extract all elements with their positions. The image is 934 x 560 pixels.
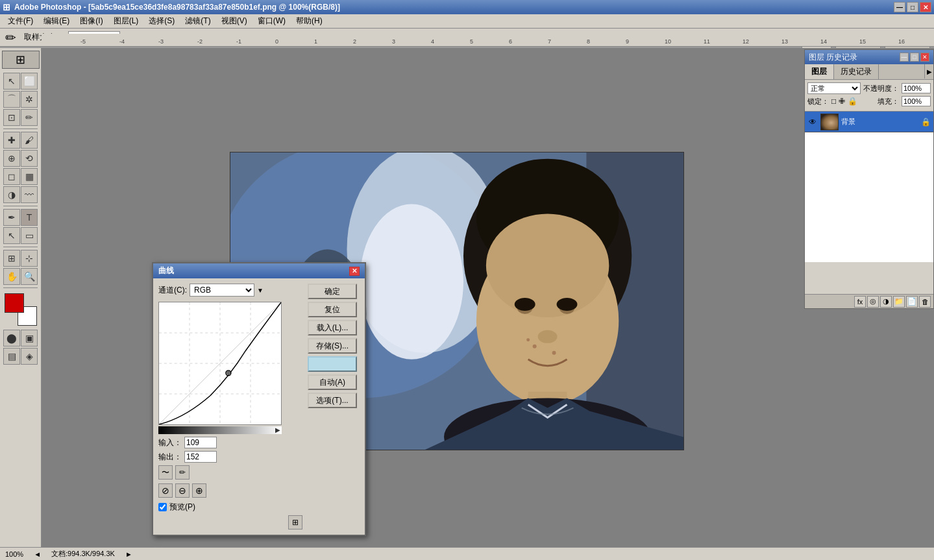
add-mask-btn[interactable]: ◎: [867, 296, 879, 308]
foreground-color-swatch[interactable]: [5, 293, 24, 313]
view-mode-btn[interactable]: ▤: [3, 348, 20, 365]
smudge-btn[interactable]: 〰: [21, 186, 38, 203]
gradient-btn[interactable]: ▦: [21, 168, 38, 185]
layers-panel-max-btn[interactable]: □: [910, 53, 919, 62]
menu-image[interactable]: 图像(I): [75, 14, 108, 28]
quick-mask-btn[interactable]: ⬤: [3, 330, 20, 347]
curves-pencil-btn[interactable]: 〜: [158, 465, 173, 480]
curves-load-btn[interactable]: 载入(L)...: [308, 320, 357, 335]
history-brush-btn[interactable]: ⟲: [21, 150, 38, 167]
menu-file[interactable]: 文件(F): [3, 14, 38, 28]
lock-position-icon[interactable]: ✙: [839, 97, 845, 106]
gray-eyedropper[interactable]: ⊖: [175, 483, 190, 498]
screen-mode-btn[interactable]: ▣: [21, 330, 38, 347]
layer-visibility-toggle[interactable]: 👁: [807, 117, 818, 127]
menu-layer[interactable]: 图层(L): [108, 14, 144, 28]
curves-input-field[interactable]: [184, 437, 217, 448]
menu-edit[interactable]: 编辑(E): [38, 14, 75, 28]
curves-expand-btn[interactable]: ⊞: [288, 515, 302, 530]
zoom-level: 100%: [5, 550, 23, 558]
pen-btn[interactable]: ✒: [3, 209, 20, 226]
curves-dialog-title[interactable]: 曲线 ✕: [153, 263, 365, 278]
curves-reset-btn[interactable]: 复位: [308, 302, 357, 317]
tab-layers[interactable]: 图层: [805, 64, 834, 79]
tool-group-lasso: ⌒ ✲: [1, 91, 40, 108]
3d-btn[interactable]: ⊞: [3, 250, 20, 267]
menu-select[interactable]: 选择(S): [143, 14, 180, 28]
svg-point-13: [538, 330, 558, 343]
magic-wand-btn[interactable]: ✲: [21, 91, 38, 108]
curves-save-btn[interactable]: 存储(S)...: [308, 338, 357, 354]
lock-pixel-icon[interactable]: □: [831, 97, 836, 106]
text-btn[interactable]: T: [21, 209, 38, 226]
curves-output-label: 输出：: [158, 452, 182, 463]
curves-input-label: 输入：: [158, 437, 182, 448]
shape-btn[interactable]: ▭: [21, 227, 38, 244]
menu-view[interactable]: 视图(V): [216, 14, 252, 28]
eraser-btn[interactable]: ◻: [3, 168, 20, 185]
color-swatches[interactable]: [5, 293, 37, 326]
curves-output-field[interactable]: [184, 451, 217, 463]
tool-group-eraser: ◻ ▦: [1, 168, 40, 185]
menu-help[interactable]: 帮助(H): [291, 14, 328, 28]
tool-group-misc: ▤ ◈: [1, 348, 40, 365]
svg-point-29: [227, 371, 230, 375]
lock-all-icon[interactable]: 🔒: [848, 97, 857, 106]
move-tool-btn[interactable]: ↖: [3, 73, 20, 90]
layers-panel-close-btn[interactable]: ✕: [920, 53, 929, 62]
restore-button[interactable]: □: [907, 2, 918, 12]
curves-left-panel: 通道(C): RGB 红 绿 蓝 ▼: [158, 284, 302, 530]
curves-preview-checkbox[interactable]: [158, 503, 167, 511]
measure-btn[interactable]: ⊹: [21, 250, 38, 267]
eyedropper-btn[interactable]: ✏: [21, 109, 38, 126]
opacity-input[interactable]: [902, 83, 931, 93]
curves-close-button[interactable]: ✕: [349, 267, 360, 276]
marquee-tool-btn[interactable]: ⬜: [21, 73, 38, 90]
tool-group-path: ↖ ▭: [1, 227, 40, 244]
hand-btn[interactable]: ✋: [3, 268, 20, 285]
minimize-button[interactable]: —: [894, 2, 905, 12]
curves-preview-label[interactable]: 预览(P): [169, 502, 195, 513]
status-nav-left[interactable]: ◄: [34, 550, 41, 558]
new-fill-layer-btn[interactable]: ◑: [880, 296, 892, 308]
white-eyedropper[interactable]: ⊕: [192, 483, 206, 498]
curves-ok-btn[interactable]: 确定: [308, 284, 357, 299]
new-layer-btn[interactable]: 📄: [906, 296, 918, 308]
blend-mode-row: 正常 溶解 叠加 不透明度：: [807, 82, 931, 94]
blend-mode-select[interactable]: 正常 溶解 叠加: [807, 82, 861, 94]
brush-btn[interactable]: 🖌: [21, 132, 38, 149]
close-button[interactable]: ✕: [920, 2, 931, 12]
curves-smooth-btn[interactable]: ✏: [175, 465, 190, 480]
tab-history[interactable]: 历史记录: [834, 64, 879, 79]
curves-bottom-icon-row: ⊞: [158, 515, 302, 530]
layer-item-background[interactable]: 👁 背景 🔒: [805, 112, 933, 132]
add-style-btn[interactable]: fx: [854, 296, 866, 308]
clone-btn[interactable]: ⊕: [3, 150, 20, 167]
layers-empty-area: [805, 132, 933, 262]
healing-btn[interactable]: ✚: [3, 132, 20, 149]
delete-layer-btn[interactable]: 🗑: [919, 296, 931, 308]
path-select-btn[interactable]: ↖: [3, 227, 20, 244]
zoom-btn[interactable]: 🔍: [21, 268, 38, 285]
extra-btn[interactable]: ◈: [21, 348, 38, 365]
menu-window[interactable]: 窗口(W): [252, 14, 291, 28]
document-size: 文档:994.3K/994.3K: [51, 549, 115, 559]
curves-options-btn[interactable]: 选项(T)...: [308, 393, 357, 408]
crop-tool-btn[interactable]: ⊡: [3, 109, 20, 126]
layers-panel-min-btn[interactable]: —: [900, 53, 909, 62]
curves-auto-btn[interactable]: 自动(A): [308, 374, 357, 390]
workspace: 曲线 ✕ 通道(C): RGB 红 绿 蓝 ▼: [42, 48, 934, 547]
svg-point-12: [557, 298, 578, 311]
dodge-btn[interactable]: ◑: [3, 186, 20, 203]
black-eyedropper[interactable]: ⊘: [158, 483, 173, 498]
menu-filter[interactable]: 滤镜(T): [180, 14, 215, 28]
new-group-btn[interactable]: 📁: [893, 296, 905, 308]
curves-channel-row: 通道(C): RGB 红 绿 蓝 ▼: [158, 284, 302, 297]
curves-graph[interactable]: [158, 302, 282, 425]
lasso-tool-btn[interactable]: ⌒: [3, 91, 20, 108]
layers-panel-menu-btn[interactable]: ▶: [924, 64, 933, 79]
fill-input[interactable]: [902, 96, 931, 106]
curves-channel-select[interactable]: RGB 红 绿 蓝: [190, 284, 254, 297]
curves-empty-btn: [308, 356, 357, 372]
status-nav-right[interactable]: ►: [125, 550, 132, 558]
